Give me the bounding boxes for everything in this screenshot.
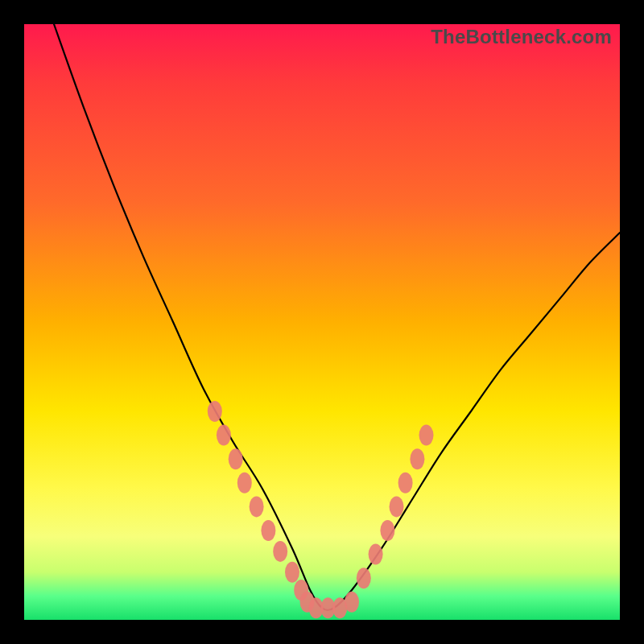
curve-marker [217,425,231,446]
curve-marker [398,473,413,493]
bottleneck-curve [54,24,620,610]
curve-marker [261,520,275,541]
curve-marker [390,496,404,517]
chart-plot-area: TheBottleneck.com [24,24,620,620]
curve-marker [369,544,383,565]
curve-marker [419,425,434,446]
curve-marker [250,496,264,517]
curve-marker [285,562,299,583]
curve-marker [273,541,287,562]
curve-marker [237,473,252,493]
chart-frame: TheBottleneck.com [0,0,644,644]
curve-marker [410,448,424,469]
watermark-text: TheBottleneck.com [431,26,612,48]
curve-marker [380,520,394,541]
curve-marker [357,568,371,588]
curve-marker [345,592,359,613]
curve-marker [208,401,222,422]
chart-svg [24,24,620,620]
curve-markers [208,401,434,618]
curve-marker [229,448,243,469]
